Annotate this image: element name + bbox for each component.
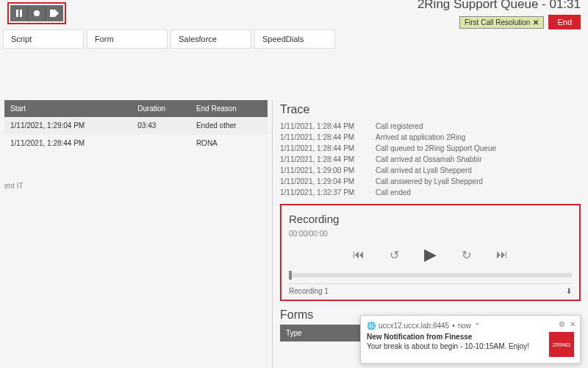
chevron-up-icon[interactable]: ⌃ — [474, 322, 480, 330]
svg-rect-1 — [20, 10, 22, 17]
browser-notification[interactable]: ⚙ ✕ 🌐 uccx12.uccx.lab:8445 • now ⌃ New N… — [360, 315, 581, 364]
wrapup-tag[interactable]: First Call Resolution ✕ — [459, 16, 544, 29]
notif-close-icon[interactable]: ✕ — [570, 320, 576, 328]
tags-line: ent IT — [4, 182, 268, 190]
svg-point-2 — [34, 10, 40, 16]
recording-panel: Recording 00:00/00:00 ⏮ ↺ ▶ ↻ ⏭ Recordin… — [280, 204, 581, 301]
notif-app-badge: 2RING — [549, 332, 574, 357]
remove-tag-icon[interactable]: ✕ — [533, 18, 539, 26]
call-history-table: Start Duration End Reason 1/11/2021, 1:2… — [4, 100, 268, 152]
globe-icon: 🌐 — [367, 322, 376, 330]
svg-rect-0 — [16, 10, 18, 17]
notif-body-text: Your break is about to begin - 10-10:15A… — [367, 342, 543, 350]
tab-salesforce[interactable]: Salesforce — [171, 29, 251, 49]
rewind-icon[interactable]: ↺ — [390, 248, 399, 262]
recording-heading: Recording — [289, 213, 572, 225]
notif-settings-icon[interactable]: ⚙ — [559, 320, 565, 328]
call-controls — [7, 2, 66, 24]
recording-label: Recording 1 — [289, 287, 329, 295]
col-duration: Duration — [132, 100, 190, 117]
skip-fwd-icon[interactable]: ⏭ — [496, 248, 508, 261]
tab-bar: Script Form Salesforce SpeedDials — [0, 29, 588, 49]
table-row[interactable]: 1/11/2021, 1:29:04 PM 03:43 Ended other — [4, 117, 268, 135]
forward-icon[interactable]: ↻ — [462, 248, 471, 262]
notif-title: New Notification from Finesse — [367, 333, 543, 341]
tab-script[interactable]: Script — [3, 29, 84, 49]
queue-title: 2Ring Support Queue - 01:31 — [417, 0, 581, 12]
pause-button[interactable] — [10, 5, 28, 21]
col-start: Start — [4, 100, 132, 117]
record-button[interactable] — [28, 5, 46, 21]
notif-when: now — [458, 322, 471, 330]
recording-time: 00:00/00:00 — [289, 230, 572, 238]
col-reason: End Reason — [190, 100, 268, 117]
notif-origin: uccx12.uccx.lab:8445 — [379, 322, 449, 330]
table-row[interactable]: 1/11/2021, 1:28:44 PM RONA — [4, 135, 268, 152]
play-icon[interactable]: ▶ — [424, 245, 437, 264]
tab-form[interactable]: Form — [87, 29, 168, 49]
end-button[interactable]: End — [548, 15, 581, 29]
tag-button[interactable] — [46, 5, 63, 21]
progress-bar[interactable] — [289, 273, 572, 277]
trace-heading: Trace — [280, 103, 581, 116]
wrapup-tag-label: First Call Resolution — [465, 18, 530, 26]
skip-back-icon[interactable]: ⏮ — [353, 248, 365, 261]
tab-speeddials[interactable]: SpeedDials — [254, 29, 335, 49]
download-icon[interactable]: ⬇ — [566, 287, 572, 295]
trace-list: 1/11/2021, 1:28:44 PMCall registered 1/1… — [280, 121, 581, 198]
